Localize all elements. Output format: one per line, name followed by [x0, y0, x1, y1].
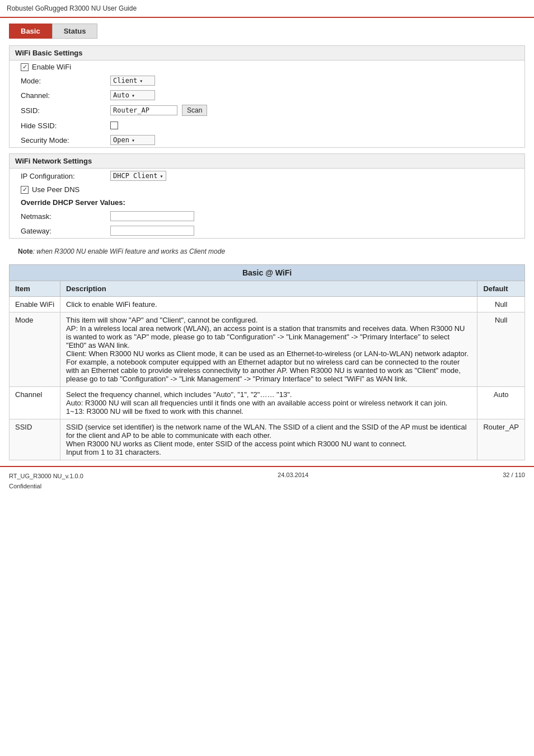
row-enable-wifi-desc: Click to enable WiFi feature.	[60, 297, 477, 312]
row-ssid-default: Router_AP	[477, 419, 525, 460]
ip-config-row: IP Configuration: DHCP Client	[10, 169, 524, 183]
row-mode-default: Null	[477, 312, 525, 387]
wifi-basic-settings-group: WiFi Basic Settings Enable WiFi Mode: Cl…	[9, 45, 525, 148]
row-channel-default: Auto	[477, 387, 525, 419]
ip-config-select[interactable]: DHCP Client	[110, 171, 166, 181]
gateway-input[interactable]	[110, 226, 194, 236]
gateway-label: Gateway:	[21, 227, 110, 235]
mode-select[interactable]: Client	[110, 76, 155, 86]
netmask-label: Netmask:	[21, 212, 110, 221]
footer-line2: Confidential	[9, 482, 83, 492]
page-footer: RT_UG_R3000 NU_v.1.0.0 Confidential 24.0…	[0, 466, 534, 496]
netmask-input[interactable]	[110, 211, 194, 221]
security-mode-value: Open	[110, 135, 155, 145]
use-peer-dns-row[interactable]: Use Peer DNS	[10, 183, 524, 196]
ssid-row: SSID: Router_AP Scan	[10, 102, 524, 118]
channel-label: Channel:	[21, 91, 110, 100]
note-prefix: Note	[18, 248, 33, 255]
table-title: Basic @ WiFi	[10, 265, 525, 281]
enable-wifi-row[interactable]: Enable WiFi	[10, 60, 524, 73]
footer-left: RT_UG_R3000 NU_v.1.0.0 Confidential	[9, 472, 83, 491]
col-description: Description	[60, 281, 477, 297]
row-channel-desc: Select the frequency channel, which incl…	[60, 387, 477, 419]
ssid-label: SSID:	[21, 106, 110, 115]
main-table: Basic @ WiFi Item Description Default En…	[9, 264, 525, 460]
enable-wifi-label: Enable WiFi	[32, 63, 71, 71]
use-peer-dns-label: Use Peer DNS	[32, 185, 79, 194]
row-channel-item: Channel	[10, 387, 60, 419]
netmask-row: Netmask:	[10, 209, 524, 223]
hide-ssid-label: Hide SSID:	[21, 122, 110, 130]
row-ssid-item: SSID	[10, 419, 60, 460]
footer-line1: RT_UG_R3000 NU_v.1.0.0	[9, 472, 83, 482]
use-peer-dns-checkbox[interactable]	[21, 186, 29, 194]
scan-button[interactable]: Scan	[182, 105, 207, 116]
note-text: Note: when R3000 NU enable WiFi feature …	[9, 244, 525, 259]
channel-select[interactable]: Auto	[110, 90, 155, 100]
top-section: Basic Status WiFi Basic Settings Enable …	[0, 18, 534, 264]
mode-row: Mode: Client	[10, 73, 524, 88]
channel-row: Channel: Auto	[10, 88, 524, 102]
gateway-value	[110, 226, 194, 236]
tab-bar: Basic Status	[9, 24, 525, 39]
table-row: Mode This item will show "AP" and "Clien…	[10, 312, 525, 387]
footer-center: 24.03.2014	[278, 472, 308, 478]
row-mode-item: Mode	[10, 312, 60, 387]
table-section: Basic @ WiFi Item Description Default En…	[9, 264, 525, 460]
row-enable-wifi-item: Enable WiFi	[10, 297, 60, 312]
channel-value: Auto	[110, 90, 155, 100]
hide-ssid-row: Hide SSID:	[10, 118, 524, 133]
gateway-row: Gateway:	[10, 223, 524, 238]
table-row: Channel Select the frequency channel, wh…	[10, 387, 525, 419]
note-body: : when R3000 NU enable WiFi feature and …	[33, 248, 225, 255]
security-mode-row: Security Mode: Open	[10, 133, 524, 147]
security-mode-label: Security Mode:	[21, 136, 110, 144]
col-default: Default	[477, 281, 525, 297]
wifi-network-settings-header: WiFi Network Settings	[10, 154, 524, 169]
table-row: Enable WiFi Click to enable WiFi feature…	[10, 297, 525, 312]
wifi-basic-settings-header: WiFi Basic Settings	[10, 46, 524, 60]
row-enable-wifi-default: Null	[477, 297, 525, 312]
tab-basic[interactable]: Basic	[9, 24, 52, 39]
hide-ssid-value	[110, 122, 118, 129]
hide-ssid-checkbox[interactable]	[110, 122, 118, 129]
row-mode-desc: This item will show "AP" and "Client", c…	[60, 312, 477, 387]
mode-value: Client	[110, 76, 155, 86]
security-mode-select[interactable]: Open	[110, 135, 155, 145]
ssid-input[interactable]: Router_AP	[110, 105, 177, 115]
override-dhcp-header: Override DHCP Server Values:	[10, 196, 524, 209]
header-title: Robustel GoRugged R3000 NU User Guide	[7, 4, 137, 12]
tab-status[interactable]: Status	[52, 24, 98, 39]
page-header: Robustel GoRugged R3000 NU User Guide	[0, 0, 534, 18]
ip-config-label: IP Configuration:	[21, 172, 110, 180]
row-ssid-desc: SSID (service set identifier) is the net…	[60, 419, 477, 460]
col-item: Item	[10, 281, 60, 297]
mode-label: Mode:	[21, 77, 110, 85]
ip-config-value: DHCP Client	[110, 171, 166, 181]
table-row: SSID SSID (service set identifier) is th…	[10, 419, 525, 460]
enable-wifi-checkbox[interactable]	[21, 63, 29, 71]
ssid-value: Router_AP Scan	[110, 105, 207, 116]
footer-right: 32 / 110	[503, 472, 525, 478]
netmask-value	[110, 211, 194, 221]
wifi-network-settings-group: WiFi Network Settings IP Configuration: …	[9, 153, 525, 239]
